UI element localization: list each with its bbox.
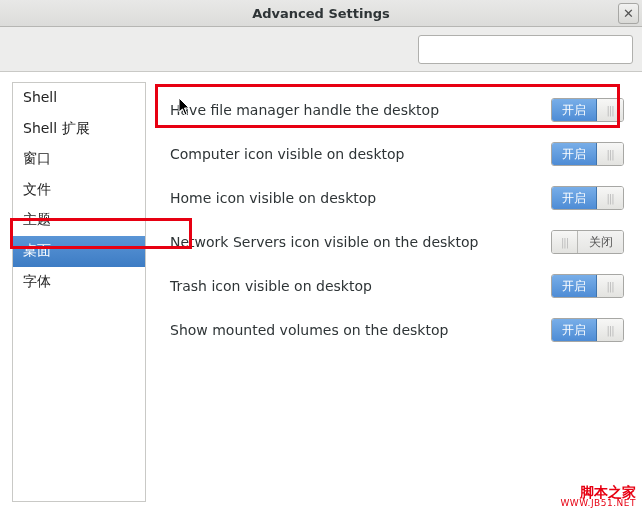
watermark-text: 脚本之家 (560, 485, 636, 499)
toggle-on-label: 开启 (552, 143, 597, 165)
search-input[interactable] (418, 35, 633, 64)
toggle-on-label: 开启 (552, 275, 597, 297)
watermark: 脚本之家 WWW.JB51.NET (560, 485, 636, 508)
close-button[interactable]: ✕ (618, 3, 639, 24)
setting-row-0: Have file manager handle the desktop开启||… (170, 88, 624, 132)
setting-row-2: Home icon visible on desktop开启||| (170, 176, 624, 220)
toggle-knob: ||| (597, 143, 623, 165)
setting-label: Have file manager handle the desktop (170, 102, 439, 118)
toggle-knob: ||| (597, 99, 623, 121)
toolbar (0, 27, 642, 72)
toggle-switch[interactable]: 开启||| (551, 142, 624, 166)
toggle-knob: ||| (552, 231, 578, 253)
sidebar-item-6[interactable]: 字体 (13, 267, 145, 298)
sidebar-item-0[interactable]: Shell (13, 83, 145, 114)
content-area: ShellShell 扩展窗口文件主题桌面字体 Have file manage… (0, 72, 642, 512)
sidebar-item-3[interactable]: 文件 (13, 175, 145, 206)
settings-panel: Have file manager handle the desktop开启||… (154, 82, 632, 502)
watermark-url: WWW.JB51.NET (560, 499, 636, 508)
setting-row-4: Trash icon visible on desktop开启||| (170, 264, 624, 308)
sidebar-item-2[interactable]: 窗口 (13, 144, 145, 175)
toggle-switch[interactable]: 开启||| (551, 98, 624, 122)
setting-row-5: Show mounted volumes on the desktop开启||| (170, 308, 624, 352)
toggle-switch[interactable]: 开启||| (551, 274, 624, 298)
titlebar: Advanced Settings ✕ (0, 0, 642, 27)
toggle-on-label: 开启 (552, 187, 597, 209)
sidebar-item-1[interactable]: Shell 扩展 (13, 114, 145, 145)
toggle-switch[interactable]: 开启||| (551, 186, 624, 210)
toggle-on-label: 开启 (552, 319, 597, 341)
sidebar: ShellShell 扩展窗口文件主题桌面字体 (12, 82, 146, 502)
toggle-knob: ||| (597, 187, 623, 209)
window-title: Advanced Settings (252, 6, 390, 21)
setting-row-1: Computer icon visible on desktop开启||| (170, 132, 624, 176)
toggle-knob: ||| (597, 275, 623, 297)
toggle-switch[interactable]: |||关闭 (551, 230, 624, 254)
sidebar-item-5[interactable]: 桌面 (13, 236, 145, 267)
toggle-switch[interactable]: 开启||| (551, 318, 624, 342)
setting-label: Home icon visible on desktop (170, 190, 376, 206)
toggle-on-label: 开启 (552, 99, 597, 121)
setting-label: Show mounted volumes on the desktop (170, 322, 448, 338)
sidebar-item-4[interactable]: 主题 (13, 205, 145, 236)
setting-label: Network Servers icon visible on the desk… (170, 234, 478, 250)
setting-label: Computer icon visible on desktop (170, 146, 404, 162)
close-icon: ✕ (623, 6, 634, 21)
setting-label: Trash icon visible on desktop (170, 278, 372, 294)
toggle-off-label: 关闭 (578, 231, 623, 253)
setting-row-3: Network Servers icon visible on the desk… (170, 220, 624, 264)
toggle-knob: ||| (597, 319, 623, 341)
